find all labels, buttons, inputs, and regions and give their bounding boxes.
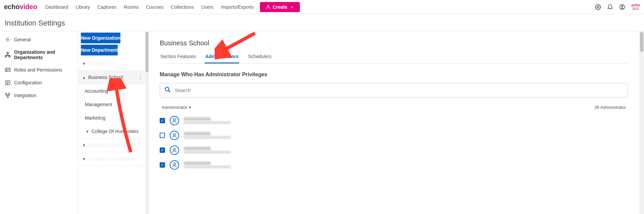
row-checkbox[interactable] [160,118,165,123]
nav-library[interactable]: Library [75,4,90,10]
search-input[interactable] [175,87,624,93]
section-title: Manage Who Has Administrator Privileges [160,72,628,78]
svg-point-3 [7,39,9,41]
sidebar-item-integration[interactable]: Integration [0,89,78,102]
svg-point-8 [6,69,7,70]
administrator-row [160,158,628,172]
nav-captures[interactable]: Captures [97,4,116,10]
avatar-icon [170,160,179,170]
create-label: Create [273,4,287,10]
sidebar-item-roles-permissions[interactable]: Roles and Permissions [0,63,78,76]
administrator-row [160,128,628,143]
row-checkbox[interactable] [160,147,165,153]
page-title: Institution Settings [0,14,644,31]
id-card-icon [5,67,11,73]
top-nav: echovideo Dashboard Library Captures Roo… [0,0,644,14]
list-header: Administrator ▾ 38 Administrator [160,103,628,113]
nav-dashboard[interactable]: Dashboard [45,4,68,10]
sidebar-item-label: Integration [14,93,36,98]
brand-part2: video [20,3,37,11]
chevron-down-icon [289,4,295,10]
avatar-icon [170,145,179,155]
sidebar-item-label: Organizations and Departments [14,49,73,60]
sidebar-item-orgs-departments[interactable]: Organizations and Departments [0,46,78,63]
avatar-icon [170,131,179,140]
account-icon[interactable] [619,4,625,10]
chevron-down-icon: ▾ [85,129,90,134]
new-organization-button[interactable]: New Organization [81,33,120,43]
scrollbar-thumb[interactable] [146,32,148,72]
tree-row-blurred[interactable]: ▾ — — — — — — — [78,138,149,152]
tree-label: College Of Humanities [92,129,139,134]
kebab-menu-icon[interactable]: ⋮ [137,75,144,80]
sidebar-item-label: Configuration [14,80,42,85]
tree-row-marketing[interactable]: Marketing [78,111,149,125]
tree-row-college-humanities[interactable]: ▾ College Of Humanities [78,125,149,138]
search-box[interactable] [160,83,628,97]
tree-row-root[interactable]: ▾ — — — [78,57,149,71]
administrator-row [160,113,628,128]
nav-imports-exports[interactable]: Imports/Exports [221,4,254,10]
chevron-down-icon: ▾ [82,61,86,66]
echo360-logo[interactable]: echo 360 [631,3,640,11]
nav-collections[interactable]: Collections [171,4,194,10]
sidebar-item-configuration[interactable]: Configuration [0,76,78,89]
content-area: Business School Section Features Adminis… [149,31,644,214]
chevron-up-icon: ▴ [82,75,86,80]
settings-gear-icon[interactable] [595,4,601,10]
tree-scrollbar[interactable] [145,31,149,214]
nav-users[interactable]: Users [201,4,214,10]
tree-label: Accounting [85,88,108,94]
svg-point-2 [622,5,623,7]
row-text [184,162,231,168]
row-checkbox[interactable] [160,133,165,138]
tab-schedulers[interactable]: Schedulers [247,52,272,63]
content-scrollbar[interactable] [639,31,644,214]
tree-label-blur: — — — — — — — — [88,156,135,162]
sidebar: General Organizations and Departments Ro… [0,31,78,214]
search-icon [164,86,175,94]
create-button[interactable]: Create [260,2,300,12]
sidebar-item-general[interactable]: General [0,33,78,46]
tree-row-accounting[interactable]: Accounting [78,84,149,98]
sidebar-item-label: Roles and Permissions [14,67,62,73]
tree-label: Management [85,102,112,107]
wand-icon [265,4,271,10]
gear-icon [5,37,11,43]
tab-section-features[interactable]: Section Features [160,52,197,63]
org-tree-column: New Organization New Department ▾ — — — … [78,31,149,214]
svg-rect-11 [8,93,10,95]
brand-logo[interactable]: echovideo [4,3,37,11]
tab-administrators[interactable]: Administrators [205,52,239,63]
nav-courses[interactable]: Courses [146,4,163,10]
svg-rect-5 [5,56,7,57]
chevron-down-icon: ▾ [82,142,86,148]
tree-row-management[interactable]: Management [78,98,149,111]
svg-rect-4 [7,52,9,54]
tree-label-blur: — — — — — — — [88,142,129,148]
content-heading: Business School [160,39,628,47]
svg-point-17 [173,163,175,165]
notifications-bell-icon[interactable] [607,4,613,10]
org-chart-icon [5,52,11,58]
tree-row-blurred[interactable]: ▾ — — — — — — — — [78,152,149,166]
svg-point-16 [173,148,175,150]
tree-label: Marketing [85,115,105,121]
nav-rooms[interactable]: Rooms [124,4,139,10]
main-layout: General Organizations and Departments Ro… [0,31,644,214]
new-department-button[interactable]: New Department [81,45,118,55]
sliders-icon [5,80,11,86]
svg-point-13 [165,87,169,91]
row-checkbox[interactable] [160,162,165,168]
sort-label: Administrator [162,105,187,110]
svg-point-14 [173,119,175,121]
administrator-count: 38 Administrator [594,105,626,110]
scrollbar-thumb[interactable] [640,32,643,52]
avatar-icon [170,116,179,125]
row-text [184,132,231,139]
svg-rect-6 [9,56,10,57]
sort-by-administrator[interactable]: Administrator ▾ [162,105,191,110]
content-tabs: Section Features Administrators Schedule… [160,52,628,63]
tree-row-business-school[interactable]: ▴ Business School ⋮ [78,71,149,84]
integration-icon [5,92,11,98]
